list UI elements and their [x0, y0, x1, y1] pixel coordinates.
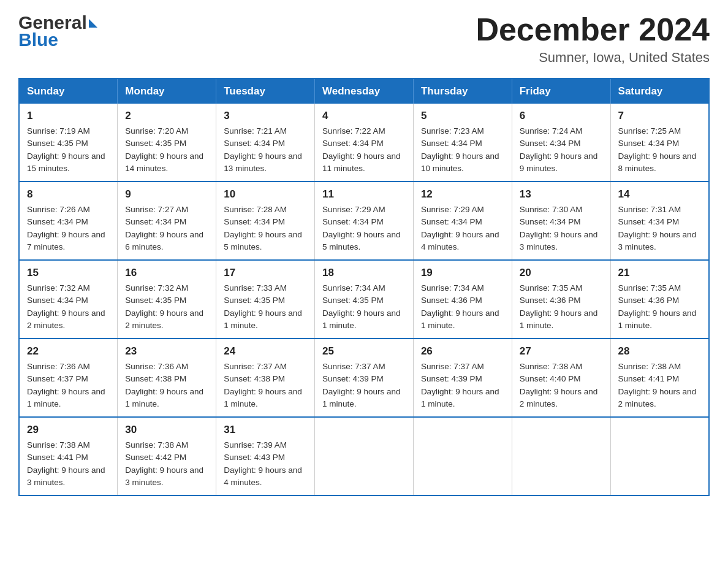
day-number: 18: [322, 267, 406, 279]
day-number: 14: [618, 188, 701, 201]
day-number: 21: [618, 267, 701, 279]
day-info: Sunrise: 7:38 AM Sunset: 4:42 PM Dayligh…: [125, 439, 208, 489]
month-title: December 2024: [476, 12, 710, 47]
calendar-cell: [413, 417, 512, 496]
day-number: 1: [27, 110, 110, 122]
calendar-cell: 10 Sunrise: 7:28 AM Sunset: 4:34 PM Dayl…: [216, 182, 315, 260]
day-info: Sunrise: 7:21 AM Sunset: 4:34 PM Dayligh…: [224, 125, 307, 175]
day-number: 6: [520, 110, 603, 122]
day-info: Sunrise: 7:27 AM Sunset: 4:34 PM Dayligh…: [125, 204, 208, 253]
calendar-cell: 20 Sunrise: 7:35 AM Sunset: 4:36 PM Dayl…: [512, 260, 610, 339]
day-number: 8: [27, 188, 110, 201]
day-info: Sunrise: 7:29 AM Sunset: 4:34 PM Dayligh…: [322, 204, 406, 253]
day-info: Sunrise: 7:35 AM Sunset: 4:36 PM Dayligh…: [618, 282, 701, 332]
day-info: Sunrise: 7:22 AM Sunset: 4:34 PM Dayligh…: [322, 125, 406, 175]
logo-triangle-icon: [89, 19, 97, 28]
day-number: 20: [520, 267, 603, 279]
day-info: Sunrise: 7:26 AM Sunset: 4:34 PM Dayligh…: [27, 204, 110, 253]
calendar-header-row: SundayMondayTuesdayWednesdayThursdayFrid…: [19, 79, 709, 104]
calendar-week-row: 15 Sunrise: 7:32 AM Sunset: 4:34 PM Dayl…: [19, 260, 709, 339]
calendar-cell: 8 Sunrise: 7:26 AM Sunset: 4:34 PM Dayli…: [19, 182, 118, 260]
day-info: Sunrise: 7:32 AM Sunset: 4:34 PM Dayligh…: [27, 282, 110, 332]
calendar-cell: 25 Sunrise: 7:37 AM Sunset: 4:39 PM Dayl…: [315, 339, 414, 417]
day-number: 26: [421, 345, 504, 358]
day-number: 3: [224, 110, 307, 122]
location-subtitle: Sumner, Iowa, United States: [476, 50, 710, 66]
calendar-cell: 24 Sunrise: 7:37 AM Sunset: 4:38 PM Dayl…: [216, 339, 315, 417]
day-info: Sunrise: 7:36 AM Sunset: 4:38 PM Dayligh…: [125, 361, 208, 410]
calendar-cell: [315, 417, 414, 496]
title-section: December 2024 Sumner, Iowa, United State…: [476, 12, 710, 66]
day-number: 10: [224, 188, 307, 201]
day-info: Sunrise: 7:38 AM Sunset: 4:40 PM Dayligh…: [520, 361, 603, 410]
day-info: Sunrise: 7:37 AM Sunset: 4:39 PM Dayligh…: [421, 361, 504, 410]
day-info: Sunrise: 7:36 AM Sunset: 4:37 PM Dayligh…: [27, 361, 110, 410]
calendar-cell: 16 Sunrise: 7:32 AM Sunset: 4:35 PM Dayl…: [118, 260, 216, 339]
calendar-cell: [512, 417, 610, 496]
day-info: Sunrise: 7:34 AM Sunset: 4:35 PM Dayligh…: [322, 282, 406, 332]
day-info: Sunrise: 7:38 AM Sunset: 4:41 PM Dayligh…: [27, 439, 110, 489]
calendar-cell: 3 Sunrise: 7:21 AM Sunset: 4:34 PM Dayli…: [216, 104, 315, 182]
column-header-monday: Monday: [118, 79, 216, 104]
day-info: Sunrise: 7:37 AM Sunset: 4:39 PM Dayligh…: [322, 361, 406, 410]
calendar-week-row: 1 Sunrise: 7:19 AM Sunset: 4:35 PM Dayli…: [19, 104, 709, 182]
day-number: 29: [27, 424, 110, 436]
calendar-cell: 7 Sunrise: 7:25 AM Sunset: 4:34 PM Dayli…: [610, 104, 709, 182]
day-number: 4: [322, 110, 406, 122]
day-info: Sunrise: 7:28 AM Sunset: 4:34 PM Dayligh…: [224, 204, 307, 253]
day-info: Sunrise: 7:31 AM Sunset: 4:34 PM Dayligh…: [618, 204, 701, 253]
day-number: 11: [322, 188, 406, 201]
day-number: 7: [618, 110, 701, 122]
day-number: 22: [27, 345, 110, 358]
calendar-cell: 27 Sunrise: 7:38 AM Sunset: 4:40 PM Dayl…: [512, 339, 610, 417]
day-number: 13: [520, 188, 603, 201]
day-info: Sunrise: 7:24 AM Sunset: 4:34 PM Dayligh…: [520, 125, 603, 175]
calendar-cell: [610, 417, 709, 496]
calendar-cell: 19 Sunrise: 7:34 AM Sunset: 4:36 PM Dayl…: [413, 260, 512, 339]
calendar-cell: 15 Sunrise: 7:32 AM Sunset: 4:34 PM Dayl…: [19, 260, 118, 339]
calendar-cell: 17 Sunrise: 7:33 AM Sunset: 4:35 PM Dayl…: [216, 260, 315, 339]
calendar-table: SundayMondayTuesdayWednesdayThursdayFrid…: [18, 78, 710, 496]
day-number: 27: [520, 345, 603, 358]
calendar-cell: 31 Sunrise: 7:39 AM Sunset: 4:43 PM Dayl…: [216, 417, 315, 496]
calendar-cell: 21 Sunrise: 7:35 AM Sunset: 4:36 PM Dayl…: [610, 260, 709, 339]
day-info: Sunrise: 7:32 AM Sunset: 4:35 PM Dayligh…: [125, 282, 208, 332]
calendar-cell: 30 Sunrise: 7:38 AM Sunset: 4:42 PM Dayl…: [118, 417, 216, 496]
day-info: Sunrise: 7:38 AM Sunset: 4:41 PM Dayligh…: [618, 361, 701, 410]
calendar-cell: 6 Sunrise: 7:24 AM Sunset: 4:34 PM Dayli…: [512, 104, 610, 182]
day-number: 24: [224, 345, 307, 358]
calendar-cell: 12 Sunrise: 7:29 AM Sunset: 4:34 PM Dayl…: [413, 182, 512, 260]
day-number: 12: [421, 188, 504, 201]
logo-blue-text: Blue: [18, 29, 58, 50]
calendar-cell: 14 Sunrise: 7:31 AM Sunset: 4:34 PM Dayl…: [610, 182, 709, 260]
calendar-cell: 2 Sunrise: 7:20 AM Sunset: 4:35 PM Dayli…: [118, 104, 216, 182]
column-header-thursday: Thursday: [413, 79, 512, 104]
column-header-saturday: Saturday: [610, 79, 709, 104]
column-header-wednesday: Wednesday: [315, 79, 414, 104]
calendar-cell: 28 Sunrise: 7:38 AM Sunset: 4:41 PM Dayl…: [610, 339, 709, 417]
calendar-cell: 29 Sunrise: 7:38 AM Sunset: 4:41 PM Dayl…: [19, 417, 118, 496]
calendar-cell: 5 Sunrise: 7:23 AM Sunset: 4:34 PM Dayli…: [413, 104, 512, 182]
day-info: Sunrise: 7:35 AM Sunset: 4:36 PM Dayligh…: [520, 282, 603, 332]
day-info: Sunrise: 7:37 AM Sunset: 4:38 PM Dayligh…: [224, 361, 307, 410]
day-number: 15: [27, 267, 110, 279]
day-info: Sunrise: 7:39 AM Sunset: 4:43 PM Dayligh…: [224, 439, 307, 489]
day-info: Sunrise: 7:23 AM Sunset: 4:34 PM Dayligh…: [421, 125, 504, 175]
page-header: General Blue December 2024 Sumner, Iowa,…: [18, 12, 710, 66]
calendar-cell: 18 Sunrise: 7:34 AM Sunset: 4:35 PM Dayl…: [315, 260, 414, 339]
day-number: 5: [421, 110, 504, 122]
day-info: Sunrise: 7:25 AM Sunset: 4:34 PM Dayligh…: [618, 125, 701, 175]
day-number: 19: [421, 267, 504, 279]
calendar-cell: 1 Sunrise: 7:19 AM Sunset: 4:35 PM Dayli…: [19, 104, 118, 182]
calendar-cell: 9 Sunrise: 7:27 AM Sunset: 4:34 PM Dayli…: [118, 182, 216, 260]
logo: General Blue: [18, 12, 97, 50]
calendar-cell: 11 Sunrise: 7:29 AM Sunset: 4:34 PM Dayl…: [315, 182, 414, 260]
day-number: 2: [125, 110, 208, 122]
day-info: Sunrise: 7:30 AM Sunset: 4:34 PM Dayligh…: [520, 204, 603, 253]
column-header-sunday: Sunday: [19, 79, 118, 104]
day-number: 9: [125, 188, 208, 201]
day-info: Sunrise: 7:20 AM Sunset: 4:35 PM Dayligh…: [125, 125, 208, 175]
calendar-week-row: 29 Sunrise: 7:38 AM Sunset: 4:41 PM Dayl…: [19, 417, 709, 496]
calendar-cell: 26 Sunrise: 7:37 AM Sunset: 4:39 PM Dayl…: [413, 339, 512, 417]
calendar-cell: 13 Sunrise: 7:30 AM Sunset: 4:34 PM Dayl…: [512, 182, 610, 260]
